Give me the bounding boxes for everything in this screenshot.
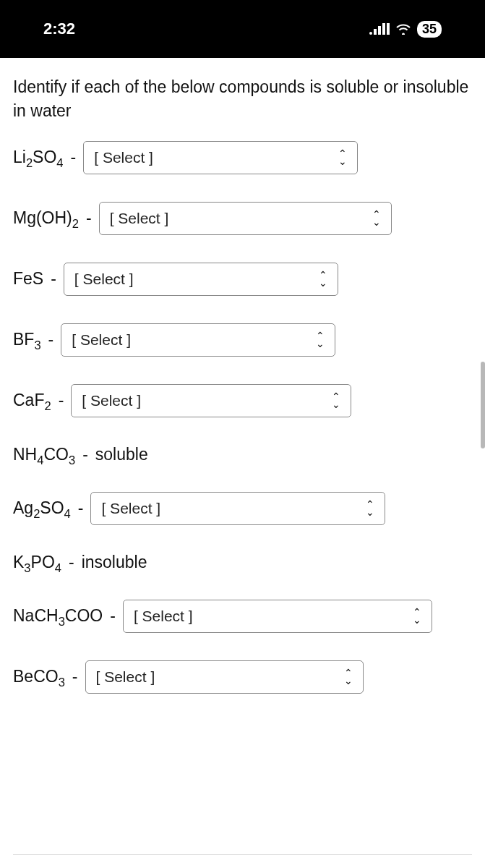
compound-row-bf3: BF3 - [ Select ] ⌃⌄ (13, 323, 472, 357)
separator: - (82, 445, 88, 464)
chevron-updown-icon: ⌃⌄ (338, 150, 347, 166)
compound-formula: NaCH3COO (13, 606, 103, 626)
select-placeholder: [ Select ] (134, 608, 193, 625)
chevron-updown-icon: ⌃⌄ (413, 608, 421, 624)
compound-formula: Ag2SO4 (13, 498, 71, 518)
compound-formula: Mg(OH)2 (13, 208, 79, 228)
compound-row-nh4co3: NH4CO3 - soluble (13, 445, 472, 464)
compound-formula: CaF2 (13, 391, 51, 410)
question-content: Identify if each of the below compounds … (0, 58, 485, 868)
compound-row-caf2: CaF2 - [ Select ] ⌃⌄ (13, 384, 472, 417)
compound-row-beco3: BeCO3 - [ Select ] ⌃⌄ (13, 660, 472, 694)
separator: - (51, 269, 56, 289)
compound-formula: FeS (13, 269, 43, 289)
select-fes[interactable]: [ Select ] ⌃⌄ (64, 263, 338, 296)
chevron-updown-icon: ⌃⌄ (344, 669, 353, 685)
compound-row-fes: FeS - [ Select ] ⌃⌄ (13, 263, 472, 296)
select-nach3coo[interactable]: [ Select ] ⌃⌄ (123, 600, 432, 633)
separator: - (86, 208, 92, 228)
cellular-signal-icon (369, 23, 390, 35)
select-bf3[interactable]: [ Select ] ⌃⌄ (61, 323, 335, 357)
select-placeholder: [ Select ] (101, 500, 160, 517)
battery-indicator: 35 (417, 21, 442, 38)
compound-formula: BF3 (13, 330, 41, 349)
compound-formula: Li2SO4 (13, 148, 64, 167)
select-li2so4[interactable]: [ Select ] ⌃⌄ (83, 141, 358, 174)
scrollbar-thumb[interactable] (481, 362, 485, 448)
select-placeholder: [ Select ] (82, 392, 141, 409)
select-placeholder: [ Select ] (94, 149, 153, 166)
compound-formula: NH4CO3 (13, 445, 75, 464)
instruction-text: Identify if each of the below compounds … (13, 75, 472, 124)
chevron-updown-icon: ⌃⌄ (319, 271, 327, 287)
status-indicators: 35 (369, 21, 442, 38)
compound-row-k3po4: K3PO4 - insoluble (13, 553, 472, 572)
status-time: 2:32 (43, 20, 369, 38)
separator: - (71, 148, 77, 167)
compound-formula: K3PO4 (13, 553, 61, 572)
chevron-updown-icon: ⌃⌄ (332, 393, 340, 409)
chevron-updown-icon: ⌃⌄ (366, 501, 374, 516)
wifi-icon (395, 23, 411, 35)
separator: - (69, 553, 74, 572)
select-placeholder: [ Select ] (72, 331, 131, 349)
select-beco3[interactable]: [ Select ] ⌃⌄ (85, 660, 364, 694)
fixed-answer: soluble (95, 445, 148, 464)
select-mgoh2[interactable]: [ Select ] ⌃⌄ (99, 202, 392, 235)
chevron-updown-icon: ⌃⌄ (316, 332, 325, 348)
separator: - (48, 330, 54, 349)
select-placeholder: [ Select ] (96, 668, 155, 686)
select-placeholder: [ Select ] (110, 210, 169, 227)
separator: - (59, 391, 64, 410)
compound-row-nach3coo: NaCH3COO - [ Select ] ⌃⌄ (13, 600, 472, 633)
status-bar: 2:32 35 (0, 0, 485, 58)
select-ag2so4[interactable]: [ Select ] ⌃⌄ (90, 492, 385, 525)
select-caf2[interactable]: [ Select ] ⌃⌄ (71, 384, 351, 417)
separator: - (78, 498, 84, 518)
compound-row-ag2so4: Ag2SO4 - [ Select ] ⌃⌄ (13, 492, 472, 525)
compound-formula: BeCO3 (13, 667, 65, 686)
fixed-answer: insoluble (82, 553, 147, 572)
compound-row-mgoh2: Mg(OH)2 - [ Select ] ⌃⌄ (13, 202, 472, 235)
separator: - (72, 667, 78, 686)
select-placeholder: [ Select ] (74, 271, 134, 288)
divider (13, 854, 472, 855)
chevron-updown-icon: ⌃⌄ (372, 210, 381, 226)
separator: - (110, 606, 116, 626)
compound-row-li2so4: Li2SO4 - [ Select ] ⌃⌄ (13, 141, 472, 174)
